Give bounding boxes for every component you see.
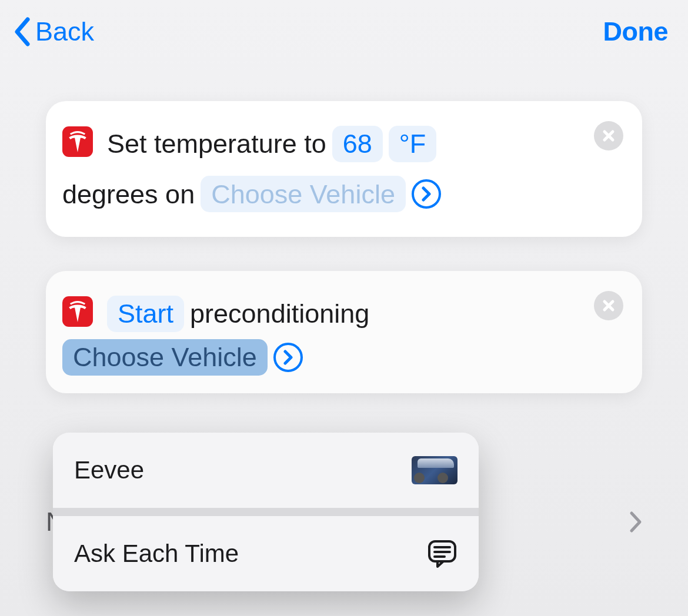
vehicle-option-ask-each-time[interactable]: Ask Each Time [53, 516, 479, 591]
chevron-left-icon [13, 17, 32, 46]
back-label: Back [35, 16, 94, 47]
vehicle-option-label: Ask Each Time [74, 540, 239, 568]
menu-separator [53, 508, 479, 516]
vehicle-option-label: Eevee [74, 456, 144, 484]
chevron-right-icon [282, 350, 294, 365]
temperature-value-pill[interactable]: 68 [332, 126, 383, 162]
background-row-chevron[interactable] [619, 511, 642, 533]
close-icon [602, 299, 615, 312]
vehicle-picker-pill[interactable]: Choose Vehicle [201, 176, 406, 212]
action-sentence: Start preconditioning Choose Vehicle [62, 289, 623, 376]
remove-action-button[interactable] [594, 291, 623, 320]
chevron-right-icon [629, 511, 642, 533]
tesla-icon [62, 296, 93, 327]
vehicle-option-eevee[interactable]: Eevee [53, 433, 479, 508]
expand-action-button[interactable] [273, 343, 303, 372]
action-sentence: Set temperature to 68 °F degrees on Choo… [62, 119, 623, 219]
nav-bar: Back Done [0, 0, 688, 47]
action-text: preconditioning [190, 289, 369, 339]
expand-action-button[interactable] [412, 179, 441, 209]
tesla-icon [62, 126, 93, 157]
mode-value-pill[interactable]: Start [107, 296, 184, 332]
prompt-icon [427, 539, 457, 568]
car-icon [412, 456, 457, 484]
close-icon [602, 129, 615, 142]
action-card-preconditioning: Start preconditioning Choose Vehicle [46, 271, 642, 393]
back-button[interactable]: Back [13, 16, 94, 47]
remove-action-button[interactable] [594, 121, 623, 150]
action-text: degrees on [62, 169, 195, 220]
action-card-set-temperature: Set temperature to 68 °F degrees on Choo… [46, 101, 642, 237]
chevron-right-icon [420, 186, 432, 202]
vehicle-picker-popover: Eevee Ask Each Time [53, 433, 479, 591]
action-text: Set temperature to [107, 119, 326, 169]
vehicle-picker-pill[interactable]: Choose Vehicle [62, 339, 268, 376]
done-button[interactable]: Done [603, 16, 669, 47]
temperature-unit-pill[interactable]: °F [389, 126, 436, 162]
